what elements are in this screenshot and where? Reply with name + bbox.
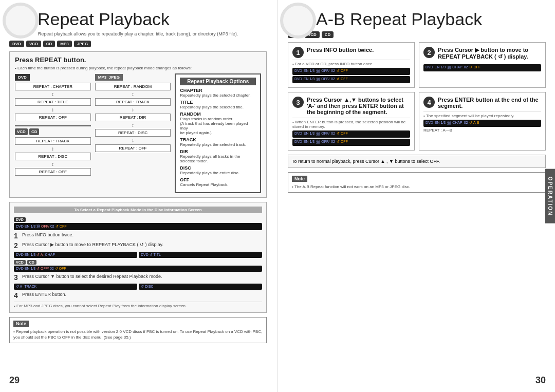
step-box-4: 4 Press ENTER button at the end of the s… bbox=[419, 92, 546, 151]
step-box-1: 1 Press INFO button twice. • For a VCD o… bbox=[288, 42, 415, 88]
dvd-flow-header: DVD bbox=[15, 74, 30, 81]
mini-display-5: ↺ A- TRACK bbox=[14, 284, 137, 290]
step-1-content: Press INFO button twice. bbox=[307, 47, 410, 54]
badge-vcd: VCD bbox=[26, 41, 41, 47]
repeat-box-title: Press REPEAT button. bbox=[15, 56, 261, 64]
steps-two-col-2: 3 Press Cursor ▲,▼ buttons to select 'A-… bbox=[288, 92, 546, 151]
mini-display-6: ↺ DISC bbox=[139, 284, 262, 290]
cd-badge2: CD bbox=[27, 260, 36, 265]
repeat-label: REPEAT : A—B bbox=[423, 128, 541, 133]
page-right: A-B Repeat Playback DVD VCD CD 1 Press I… bbox=[278, 0, 555, 392]
step-4-display: DVDEN 1/3測CHAP02↺ A-B bbox=[423, 120, 541, 127]
flow-arrow-1: ↕ bbox=[15, 92, 91, 97]
step-4-note: • The specified segment will be played r… bbox=[423, 111, 541, 118]
options-box: Repeat Playback Options CHAPTER Repeated… bbox=[175, 73, 261, 193]
page-title-right: A-B Repeat Playback bbox=[316, 9, 546, 29]
step-box-2: 2 Press Cursor ▶ button to move to REPEA… bbox=[419, 42, 546, 88]
flow-item-dir: REPEAT : DIR bbox=[95, 114, 171, 121]
step-2-display: DVDEN 1/3測CHAP02↺ OFF bbox=[423, 64, 541, 71]
flow-arrow-2: ↕ bbox=[15, 107, 91, 113]
step-2-title: Press Cursor ▶ button to move to REPEAT … bbox=[438, 47, 541, 60]
dvd-flow-col: DVD REPEAT : CHAPTER ↕ REPEAT : TITLE ↕ … bbox=[15, 73, 91, 177]
return-text: To return to normal playback, press Curs… bbox=[292, 159, 440, 164]
mini-display-2: DVD EN 1/3 ↺ A- CHAP bbox=[14, 252, 137, 258]
note-text-left: • Repeat playback operation is not possi… bbox=[13, 329, 263, 340]
option-chapter: CHAPTER Repeatedly plays the selected ch… bbox=[180, 88, 256, 98]
badge-dvd: DVD bbox=[9, 41, 24, 47]
step-4-num: 4 bbox=[423, 97, 435, 108]
step-1-display-b: DVDEN 1/3測OFF/02↺ OFF bbox=[292, 76, 410, 83]
badge-cd-right: CD bbox=[322, 31, 334, 38]
select-mode-footer: • For MP3 and JPEG discs, you cannot sel… bbox=[14, 302, 262, 308]
flow-item-off-mp3: REPEAT : OFF bbox=[95, 144, 171, 152]
flow-item-disc: REPEAT : DISC bbox=[15, 153, 91, 160]
format-badges-left: DVD VCD CD MP3 JPEG bbox=[9, 41, 267, 47]
option-title: TITLE Repeatedly plays the selected titl… bbox=[180, 100, 256, 109]
page-title-left: Repeat Playback bbox=[38, 9, 267, 29]
flow-item-track: REPEAT : TRACK bbox=[15, 137, 91, 145]
vcd-badge2: VCD bbox=[14, 260, 26, 265]
note-title-left: Note bbox=[13, 321, 29, 327]
return-box: To return to normal playback, press Curs… bbox=[288, 155, 546, 168]
mini-display-3: DVD ↺ TITL bbox=[139, 252, 262, 258]
flow-arrow-4: ↕ bbox=[15, 162, 91, 167]
mini-display-1: DVD EN 1/3 測 OFF/ 02 ↺ OFF bbox=[14, 223, 262, 230]
step-4-inner: 4 Press ENTER button at the end of the s… bbox=[423, 97, 541, 110]
flow-item-track-mp3: REPEAT : TRACK bbox=[95, 98, 171, 106]
mini-display-4: DVD EN 1/3 ↺ OFF/ 02 ↺ OFF bbox=[14, 266, 262, 272]
option-off: OFF Cancels Repeat Playback. bbox=[180, 177, 256, 187]
steps-two-col: 1 Press INFO button twice. • For a VCD o… bbox=[288, 42, 546, 88]
mp3jpeg-flow-col: MP3 JPEG REPEAT : RANDOM ↕ REPEAT : TRAC… bbox=[95, 73, 171, 154]
option-disc: DISC Repeatedly plays the entire disc. bbox=[180, 165, 256, 175]
page-left: Repeat Playback Repeat playback allows y… bbox=[0, 0, 278, 392]
select-steps: DVD DVD EN 1/3 測 OFF/ 02 ↺ OFF 1 Press I… bbox=[14, 216, 262, 308]
note-box-left: Note • Repeat playback operation is not … bbox=[9, 317, 267, 343]
flow-arrow-3: ↕ bbox=[15, 146, 91, 152]
flow-item-off-dvd: REPEAT : OFF bbox=[15, 114, 91, 121]
flow-arrow-8: ↕ bbox=[95, 138, 171, 143]
page-num-left: 29 bbox=[9, 375, 20, 386]
option-random: RANDOM Plays tracks in random order.(A t… bbox=[180, 111, 256, 135]
select-mode-box: To Select a Repeat Playback Mode in the … bbox=[9, 202, 267, 313]
note-text-right: • The A-B Repeat function will not work … bbox=[292, 184, 542, 190]
operation-tab: OPERATION bbox=[545, 169, 555, 223]
step-4-content: Press ENTER button at the end of the seg… bbox=[438, 97, 541, 110]
step-row-4: 4 Press ENTER button. bbox=[14, 292, 262, 299]
step-box-3: 3 Press Cursor ▲,▼ buttons to select 'A-… bbox=[288, 92, 415, 151]
step-1-num: 1 bbox=[292, 47, 304, 58]
step-1-inner: 1 Press INFO button twice. bbox=[292, 47, 410, 58]
flow-item-disc-mp3: REPEAT : DISC bbox=[95, 129, 171, 137]
step-row-2: 2 Press Cursor ▶ button to move to REPEA… bbox=[14, 242, 262, 249]
repeat-box: Press REPEAT button. • Each time the but… bbox=[9, 51, 267, 198]
option-dir: DIR Repeatedly plays all tracks in the s… bbox=[180, 149, 256, 163]
step-2-inner: 2 Press Cursor ▶ button to move to REPEA… bbox=[423, 47, 541, 61]
badge-cd: CD bbox=[43, 41, 55, 47]
format-badges-right: DVD VCD CD bbox=[288, 31, 546, 38]
flow-item-chapter: REPEAT : CHAPTER bbox=[15, 83, 91, 90]
step-3-inner: 3 Press Cursor ▲,▼ buttons to select 'A-… bbox=[292, 97, 410, 116]
flow-item-random: REPEAT : RANDOM bbox=[95, 83, 171, 90]
subtitle-left: Repeat playback allows you to repeatedly… bbox=[9, 31, 267, 36]
mp3jpeg-flow-header: MP3 JPEG bbox=[95, 74, 123, 81]
step-3-display-b: DVDEN 1/3測OFF/02↺ OFF bbox=[292, 139, 410, 146]
step-1-note: • For a VCD or CD, press INFO button onc… bbox=[292, 60, 410, 66]
repeat-box-note: • Each time the button is pressed during… bbox=[15, 66, 261, 70]
step-3-note: • When ENTER button is pressed, the sele… bbox=[292, 118, 410, 129]
flow-item-title: REPEAT : TITLE bbox=[15, 98, 91, 106]
page-num-right: 30 bbox=[535, 375, 546, 386]
option-track: TRACK Repeatedly plays the selected trac… bbox=[180, 137, 256, 147]
cd-badge: CD bbox=[29, 128, 40, 135]
select-mode-title: To Select a Repeat Playback Mode in the … bbox=[14, 207, 262, 213]
vcd-badge: VCD bbox=[15, 128, 28, 135]
step-1-display-a: DVDEN 1/3測OFF/02↺ OFF bbox=[292, 68, 410, 75]
deco-circle-left bbox=[3, 3, 39, 39]
flow-arrow-5: ↕ bbox=[95, 92, 171, 97]
step-3-display-a: DVDEN 1/3測OFF/02↺ OFF bbox=[292, 130, 410, 138]
step-row-3: 3 Press Cursor ▼ button to select the de… bbox=[14, 274, 262, 281]
flow-item-off-vcd: REPEAT : OFF bbox=[15, 168, 91, 176]
step-2-num: 2 bbox=[423, 47, 435, 58]
step-3-content: Press Cursor ▲,▼ buttons to select 'A-' … bbox=[307, 97, 410, 116]
badge-mp3: MP3 bbox=[57, 41, 71, 47]
flow-arrow-6: ↕ bbox=[95, 107, 171, 113]
select-dvd-badge: DVD bbox=[14, 217, 26, 222]
